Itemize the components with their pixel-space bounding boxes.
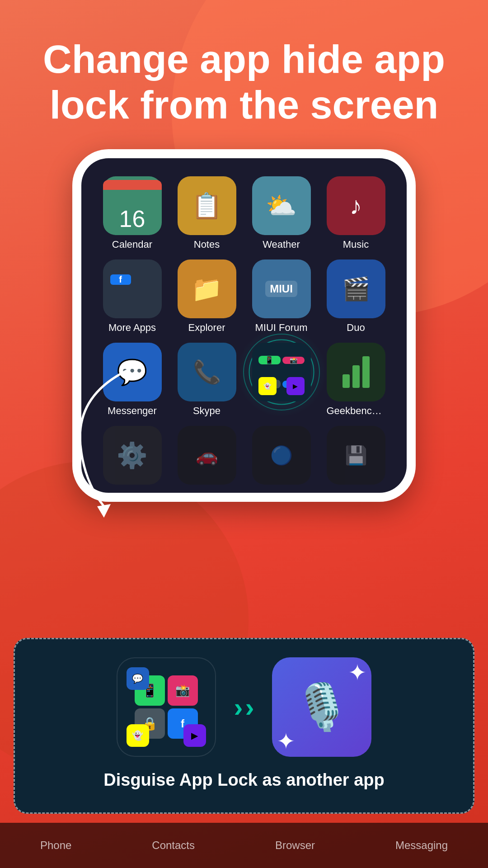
weather-icon-glyph: ⛅	[266, 191, 297, 221]
voice-app-icon: ✦ 🎙️ ✦	[272, 657, 371, 757]
app-geekbench[interactable]: Geekbench...	[323, 343, 389, 417]
nav-contacts[interactable]: Contacts	[152, 839, 195, 852]
bottom-panel-row: 📱 📸 🔒 f 💬 👻 ▶ › › ✦ 🎙️ ✦	[33, 657, 455, 757]
app-racing-partial[interactable]: 🚗	[174, 426, 239, 485]
applock-glow-container: 📱 📸 🔒 f 👻 ▶	[252, 343, 311, 401]
app-duo[interactable]: 🎬 Duo	[323, 259, 389, 334]
disguise-grid: 📱 📸 🔒 f 💬 👻 ▶	[130, 671, 202, 743]
ig-mini: 📸	[282, 357, 305, 364]
app-applock[interactable]: 📱 📸 🔒 f 👻 ▶ AppLock	[249, 343, 314, 417]
moreapps-icon: f	[103, 259, 162, 318]
racing-glyph: 🚗	[196, 445, 218, 466]
sparkle-bottom-left: ✦	[277, 728, 296, 755]
app-moreapps[interactable]: f More Apps	[99, 259, 165, 334]
racing-icon: 🚗	[178, 426, 236, 485]
header-line2: lock from the screen	[50, 82, 439, 127]
app-music[interactable]: ♪ Music	[323, 176, 389, 250]
pattern-icon: 🔵	[252, 426, 311, 485]
duo-icon: 🎬	[327, 259, 385, 318]
weather-icon: ⛅	[252, 176, 311, 235]
miuiforum-icon: MIUI	[252, 259, 311, 318]
music-label: Music	[343, 239, 369, 250]
curve-arrow	[45, 362, 158, 520]
skype-icon: 📞	[178, 343, 236, 401]
duo-label: Duo	[347, 322, 365, 334]
applock-icon: 📱 📸 🔒 f 👻 ▶	[252, 343, 311, 401]
notes-label: Notes	[194, 239, 220, 250]
app-skype[interactable]: 📞 Skype	[174, 343, 239, 417]
storage-icon: 💾	[327, 426, 385, 485]
calendar-top-bar	[103, 180, 162, 190]
music-icon-glyph: ♪	[350, 191, 362, 220]
nav-browser[interactable]: Browser	[275, 839, 315, 852]
app-pattern-partial[interactable]: 🔵	[249, 426, 314, 485]
moreapps-label: More Apps	[108, 322, 156, 334]
bar1	[343, 374, 350, 388]
sparkle-top-right: ✦	[348, 660, 367, 686]
geekbench-icon	[327, 343, 385, 401]
snap-mini: 👻	[258, 377, 277, 395]
calendar-date: 16	[119, 207, 145, 231]
disguise-applock-icon: 📱 📸 🔒 f 💬 👻 ▶	[117, 657, 216, 757]
weather-label: Weather	[263, 239, 300, 250]
play-mini-bot: ▶	[183, 724, 206, 747]
fb-mini: f	[110, 274, 131, 285]
explorer-label: Explorer	[188, 322, 225, 334]
bottom-nav: Phone Contacts Browser Messaging	[0, 823, 488, 868]
bottom-panel: 📱 📸 🔒 f 💬 👻 ▶ › › ✦ 🎙️ ✦ Disguise App Lo…	[14, 638, 474, 814]
ig-mini-bot: 📸	[168, 675, 198, 706]
app-explorer[interactable]: 📁 Explorer	[174, 259, 239, 334]
notes-icon-glyph: 📋	[191, 191, 222, 221]
msg-mini-bot: 💬	[127, 667, 149, 690]
header-text: Change app hide app lock from the screen	[27, 36, 461, 127]
skype-label: Skype	[193, 405, 221, 417]
app-weather[interactable]: ⛅ Weather	[249, 176, 314, 250]
play-mini: ▶	[286, 377, 305, 395]
app-notes[interactable]: 📋 Notes	[174, 176, 239, 250]
nav-phone[interactable]: Phone	[40, 839, 71, 852]
music-icon: ♪	[327, 176, 385, 235]
explorer-icon: 📁	[178, 259, 236, 318]
calendar-icon: 16	[103, 176, 162, 235]
miui-label: MIUI	[265, 281, 297, 297]
app-calendar[interactable]: 16 Calendar	[99, 176, 165, 250]
explorer-icon-glyph: 📁	[191, 274, 222, 304]
calendar-label: Calendar	[112, 239, 152, 250]
chevron2: ›	[245, 692, 254, 723]
bar3	[362, 356, 370, 388]
skype-icon-glyph: 📞	[193, 359, 221, 385]
forward-arrow: › ›	[234, 692, 254, 723]
nav-messaging[interactable]: Messaging	[395, 839, 448, 852]
snap-mini-bot: 👻	[127, 724, 149, 747]
bar2	[352, 365, 360, 388]
geekbench-label: Geekbench...	[327, 405, 385, 417]
bottom-label: Disguise App Lock as another app	[103, 770, 385, 790]
miuiforum-label: MIUI Forum	[255, 322, 307, 334]
header-line1: Change app hide app	[43, 37, 445, 81]
chevron1: ›	[234, 692, 243, 723]
microphone-icon: 🎙️	[294, 680, 350, 734]
wa-mini: 📱	[258, 356, 281, 364]
pattern-glyph: 🔵	[270, 445, 293, 466]
notes-icon: 📋	[178, 176, 236, 235]
svg-marker-0	[97, 504, 111, 518]
app-storage-partial[interactable]: 💾	[323, 426, 389, 485]
duo-icon-glyph: 🎬	[342, 276, 370, 302]
geekbench-bars	[343, 356, 370, 388]
app-miuiforum[interactable]: MIUI MIUI Forum	[249, 259, 314, 334]
storage-glyph: 💾	[345, 445, 367, 466]
